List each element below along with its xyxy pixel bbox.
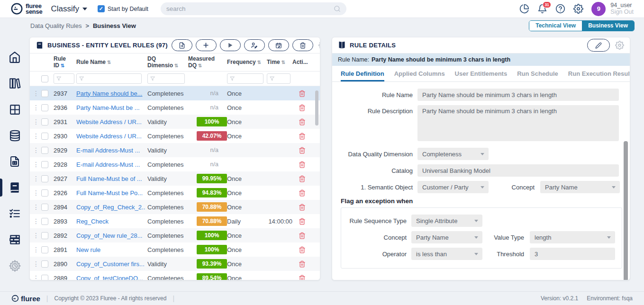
help-icon[interactable] <box>555 4 565 14</box>
drag-handle-icon[interactable]: ⋮ <box>33 246 41 253</box>
rule-name-field[interactable]: Party Name should be minimum 3 chars in … <box>417 89 619 101</box>
row-checkbox[interactable] <box>41 232 48 239</box>
table-row[interactable]: ⋮2937Party Name should be...Completenesn… <box>30 86 320 100</box>
col-rule-id[interactable]: Rule ID⇅ <box>54 56 76 69</box>
row-checkbox[interactable] <box>41 118 48 126</box>
checkbox-checked-icon[interactable]: ✓ <box>98 5 105 12</box>
row-checkbox[interactable] <box>41 90 48 97</box>
delete-rules-button[interactable] <box>292 39 313 51</box>
sort-icon[interactable]: ⇅ <box>61 63 64 68</box>
drag-handle-icon[interactable]: ⋮ <box>33 161 41 168</box>
rule-name-link[interactable]: New rule <box>76 246 145 253</box>
rule-name-link[interactable]: Copy_of_Customer firs... <box>76 260 145 268</box>
table-row[interactable]: ⋮2891New ruleCompletenes100%Once <box>30 242 320 257</box>
sidebar-item-home[interactable] <box>8 50 22 64</box>
exception-concept-select[interactable]: Party Name <box>411 231 482 243</box>
delete-row-button[interactable] <box>292 118 311 126</box>
delete-row-button[interactable] <box>292 260 311 268</box>
drag-handle-icon[interactable]: ⋮ <box>33 118 41 126</box>
tab-applied-columns[interactable]: Applied Columns <box>394 70 445 81</box>
row-checkbox[interactable] <box>41 133 48 140</box>
col-rule-name[interactable]: Rule Name⇅ <box>76 59 147 65</box>
sidebar-item-library[interactable] <box>8 76 22 90</box>
delete-row-button[interactable] <box>292 218 311 225</box>
search-input[interactable] <box>166 5 334 12</box>
tab-run-schedule[interactable]: Run Schedule <box>517 70 558 81</box>
delete-row-button[interactable] <box>292 104 311 111</box>
drag-handle-icon[interactable]: ⋮ <box>33 146 41 154</box>
rule-name-link[interactable]: E-mail Address-Must ... <box>76 147 145 154</box>
table-row[interactable]: ⋮2931Website Address / UR...Validity100%… <box>30 115 320 129</box>
filter-rule-name-input[interactable] <box>76 73 142 84</box>
search-bar[interactable] <box>161 2 346 15</box>
rule-name-link[interactable]: Reg_Check <box>76 218 145 225</box>
rule-description-field[interactable]: Party Name should be minimum 3 chars in … <box>417 105 619 141</box>
filter-frequency-input[interactable] <box>227 73 263 84</box>
run-rules-button[interactable] <box>220 39 241 51</box>
rule-name-link[interactable]: Party Name should be... <box>76 90 145 97</box>
concept-select[interactable]: Party Name <box>540 181 620 193</box>
drag-handle-icon[interactable]: ⋮ <box>33 104 41 111</box>
tab-user-entitlements[interactable]: User Entitlements <box>455 70 508 81</box>
avatar[interactable]: 9 <box>591 2 606 16</box>
gear-icon[interactable] <box>573 4 583 14</box>
col-measured-dq[interactable]: Measured DQ⇅ <box>188 56 227 69</box>
table-row[interactable]: ⋮2927Full Name-Must be of ...Validity99.… <box>30 171 320 186</box>
delete-row-button[interactable] <box>292 133 311 140</box>
drag-handle-icon[interactable]: ⋮ <box>33 90 41 97</box>
sidebar-item-rows[interactable] <box>8 233 22 247</box>
drag-handle-icon[interactable]: ⋮ <box>33 175 41 182</box>
select-all-checkbox[interactable] <box>41 75 48 82</box>
row-checkbox[interactable] <box>41 246 48 253</box>
sidebar-item-grid[interactable] <box>8 102 22 117</box>
table-scrollbar[interactable] <box>315 90 318 126</box>
row-checkbox[interactable] <box>41 104 48 111</box>
rule-name-link[interactable]: E-mail Address-Must ... <box>76 161 145 168</box>
row-checkbox[interactable] <box>41 175 48 182</box>
row-checkbox[interactable] <box>41 161 48 168</box>
row-checkbox[interactable] <box>41 260 48 268</box>
assign-user-button[interactable] <box>244 39 265 51</box>
sort-icon[interactable]: ⇅ <box>107 60 111 65</box>
delete-row-button[interactable] <box>292 147 311 154</box>
delete-row-button[interactable] <box>292 189 311 197</box>
delete-row-button[interactable] <box>292 275 311 281</box>
value-type-select[interactable]: length <box>530 231 615 243</box>
delete-row-button[interactable] <box>292 161 311 168</box>
rule-name-link[interactable]: Website Address / UR... <box>76 118 145 126</box>
technical-view-button[interactable]: Technical View <box>529 21 582 31</box>
drag-handle-icon[interactable]: ⋮ <box>33 260 41 268</box>
tab-run-execution-results[interactable]: Run Execution Results <box>568 70 630 81</box>
details-scrollbar[interactable] <box>624 141 628 280</box>
export-button[interactable] <box>172 39 192 51</box>
table-row[interactable]: ⋮2928E-mail Address-Must ...Completenesn… <box>30 157 320 171</box>
delete-row-button[interactable] <box>292 232 311 239</box>
table-row[interactable]: ⋮2893Reg_CheckCompletenes70.88%Daily14:0… <box>30 214 320 228</box>
sort-icon[interactable]: ⇅ <box>281 60 285 65</box>
sidebar-item-database[interactable] <box>8 128 22 143</box>
rule-name-link[interactable]: Copy_of_New rule_28... <box>76 232 145 239</box>
delete-row-button[interactable] <box>292 175 311 182</box>
drag-handle-icon[interactable]: ⋮ <box>33 189 41 197</box>
dq-dimension-select[interactable]: Completeness <box>417 148 489 160</box>
tab-rule-definition[interactable]: Rule Definition <box>341 70 384 81</box>
col-time[interactable]: Time⇅ <box>267 59 292 65</box>
rule-name-link[interactable]: Website Address / UR... <box>76 133 145 140</box>
start-by-default-toggle[interactable]: ✓ Start by Default <box>98 5 148 12</box>
schedule-button[interactable] <box>268 39 289 51</box>
rule-name-link[interactable]: Full Name-Must be Po... <box>76 189 145 197</box>
sort-icon[interactable]: ⇅ <box>257 60 261 65</box>
rule-name-link[interactable]: Party Name-Must be ... <box>76 104 145 111</box>
row-checkbox[interactable] <box>41 204 48 211</box>
drag-handle-icon[interactable]: ⋮ <box>33 203 41 211</box>
operator-select[interactable]: is less than <box>411 248 482 260</box>
rule-sequence-type-select[interactable]: Single Attribute <box>411 215 482 227</box>
table-row[interactable]: ⋮2894Copy_of_Reg_Check_2...Completenes70… <box>30 200 320 214</box>
semantic-object-select[interactable]: Customer / Party <box>417 181 489 193</box>
filter-time-input[interactable] <box>267 73 290 84</box>
business-view-button[interactable]: Business View <box>582 21 634 31</box>
delete-row-button[interactable] <box>292 204 311 211</box>
rule-name-link[interactable]: Full Name-Must be of ... <box>76 175 145 182</box>
sidebar-item-settings-history[interactable] <box>8 259 22 273</box>
table-row[interactable]: ⋮2926Full Name-Must be Po...Completenes9… <box>30 186 320 200</box>
